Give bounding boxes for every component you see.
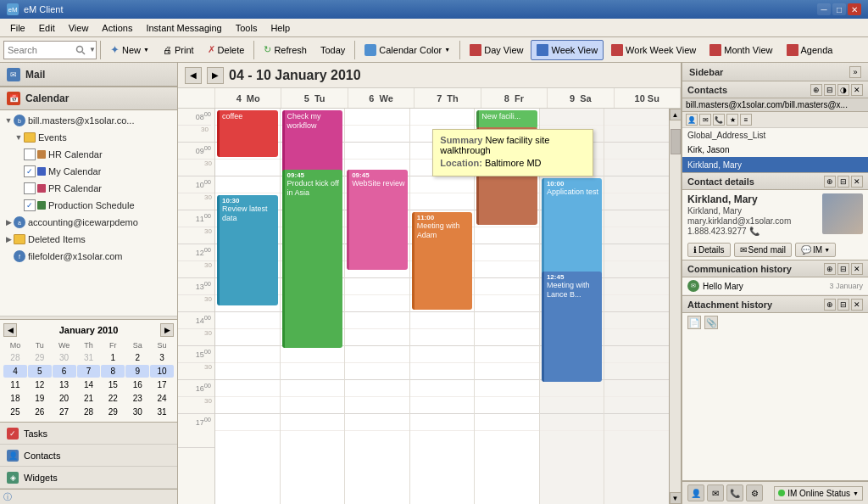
close-button[interactable]: ✕ (848, 3, 861, 15)
sidebar-expand-button[interactable]: » (849, 66, 861, 78)
pr-calendar-checkbox[interactable] (24, 182, 36, 194)
contacts-nav-item[interactable]: 👤 Contacts (0, 445, 177, 467)
sidebar-bottom-icon-1[interactable]: 👤 (687, 484, 704, 501)
mini-cal-day[interactable]: 13 (53, 378, 76, 391)
mini-cal-day[interactable]: 6 (53, 365, 76, 378)
mini-cal-day[interactable]: 7 (77, 365, 101, 378)
contacts-tool-1[interactable]: ⊕ (810, 84, 822, 96)
mini-cal-day[interactable]: 14 (77, 378, 101, 391)
print-button[interactable]: 🖨 Print (157, 40, 200, 60)
tasks-nav-item[interactable]: ✓ Tasks (0, 423, 177, 445)
tree-item-accounting[interactable]: ▶ a accounting@icewarpdemo (0, 214, 177, 231)
mini-cal-day[interactable]: 24 (150, 392, 174, 405)
mini-cal-day[interactable]: 10 (150, 365, 174, 378)
attach-history-tool-2[interactable]: ⊟ (837, 299, 849, 311)
search-dropdown-button[interactable]: ▼ (89, 46, 96, 53)
contacts-icon-5[interactable]: ≡ (740, 114, 752, 126)
mini-cal-day[interactable]: 15 (101, 378, 125, 391)
mini-cal-next-button[interactable]: ▶ (160, 323, 174, 337)
calendar-scrollbar[interactable]: ▲ ▼ (669, 109, 681, 504)
contact-item-mary[interactable]: Kirkland, Mary (682, 157, 868, 172)
menu-view[interactable]: View (62, 20, 96, 36)
comm-history-tool-1[interactable]: ⊕ (824, 263, 836, 275)
contacts-icon-3[interactable]: 📞 (713, 114, 725, 126)
contacts-close-button[interactable]: ✕ (851, 84, 863, 96)
tree-item-filefolder[interactable]: f filefolder@x1solar.com (0, 248, 177, 265)
mini-cal-day[interactable]: 25 (3, 406, 27, 418)
mini-cal-day[interactable]: 21 (77, 392, 101, 405)
event-app-test[interactable]: 10:00 Application test (542, 178, 603, 276)
cal-next-button[interactable]: ▶ (207, 67, 224, 84)
event-new-facility[interactable]: New facili... (476, 110, 537, 129)
delete-button[interactable]: ✗ Delete (202, 40, 251, 60)
minimize-button[interactable]: ─ (817, 3, 831, 15)
tree-item-my-calendar[interactable]: ✓ My Calendar (0, 163, 177, 180)
production-schedule-checkbox[interactable]: ✓ (24, 199, 36, 211)
calendar-color-button[interactable]: Calendar Color ▼ (359, 40, 456, 60)
im-button[interactable]: 💬 IM ▼ (795, 243, 836, 257)
send-mail-button[interactable]: ✉ Send mail (734, 243, 792, 257)
mini-cal-day[interactable]: 22 (101, 392, 125, 405)
widgets-nav-item[interactable]: ◈ Widgets (0, 467, 177, 489)
mini-cal-day[interactable]: 5 (28, 365, 52, 378)
new-button[interactable]: ✦ New ▼ (104, 40, 155, 60)
tree-item-hr-calendar[interactable]: HR Calendar (0, 146, 177, 163)
mini-cal-day[interactable]: 18 (3, 392, 27, 405)
mini-cal-day[interactable]: 29 (101, 406, 125, 418)
day-view-button[interactable]: Day View (464, 40, 529, 60)
attach-history-tool-1[interactable]: ⊕ (824, 299, 836, 311)
mini-cal-day[interactable]: 28 (3, 351, 27, 364)
scroll-thumb[interactable] (670, 129, 681, 154)
comm-history-tool-2[interactable]: ⊟ (837, 263, 849, 275)
contacts-icon-1[interactable]: 👤 (686, 114, 698, 126)
mini-cal-day[interactable]: 8 (101, 365, 125, 378)
event-coffee[interactable]: coffee (217, 110, 278, 157)
menu-file[interactable]: File (3, 20, 32, 36)
tree-item-bill-account[interactable]: ▼ b bill.masters@x1solar.co... (0, 112, 177, 129)
mini-cal-day[interactable]: 28 (77, 406, 101, 418)
menu-instant-messaging[interactable]: Instant Messaging (139, 20, 228, 36)
contact-details-close-button[interactable]: ✕ (851, 176, 863, 188)
mini-cal-day[interactable]: 17 (150, 378, 174, 391)
menu-tools[interactable]: Tools (229, 20, 264, 36)
tree-item-production-schedule[interactable]: ✓ Production Schedule (0, 197, 177, 214)
details-button[interactable]: ℹ Details (687, 243, 731, 257)
comm-history-close-button[interactable]: ✕ (851, 263, 863, 275)
contact-details-tool-2[interactable]: ⊟ (837, 176, 849, 188)
event-meeting-lance[interactable]: 12:45 Meeting with Lance B... (542, 272, 603, 382)
menu-actions[interactable]: Actions (95, 20, 139, 36)
sidebar-bottom-icon-4[interactable]: ⚙ (746, 484, 763, 501)
mini-cal-day[interactable]: 20 (53, 392, 76, 405)
sidebar-bottom-icon-3[interactable]: 📞 (726, 484, 743, 501)
my-calendar-checkbox[interactable]: ✓ (24, 165, 36, 177)
contacts-tool-2[interactable]: ⊟ (824, 84, 836, 96)
event-product-kickoff[interactable]: 09:45 Product kick off in Asia (282, 170, 343, 348)
contacts-icon-4[interactable]: ★ (726, 114, 738, 126)
scroll-down-button[interactable]: ▼ (670, 492, 682, 504)
mini-cal-day[interactable]: 4 (3, 365, 27, 378)
mini-cal-day[interactable]: 31 (77, 351, 101, 364)
refresh-button[interactable]: ↻ Refresh (258, 40, 313, 60)
mini-cal-day[interactable]: 19 (28, 392, 52, 405)
hr-calendar-checkbox[interactable] (24, 148, 36, 160)
mini-cal-day[interactable]: 29 (28, 351, 52, 364)
mini-cal-day[interactable]: 30 (53, 351, 76, 364)
tree-item-pr-calendar[interactable]: PR Calendar (0, 180, 177, 197)
scroll-up-button[interactable]: ▲ (670, 109, 682, 120)
attach-history-close-button[interactable]: ✕ (851, 299, 863, 311)
contact-details-tool-1[interactable]: ⊕ (824, 176, 836, 188)
sidebar-bottom-icon-2[interactable]: ✉ (707, 484, 724, 501)
mini-cal-day[interactable]: 3 (150, 351, 174, 364)
event-website-review[interactable]: 09:45 WebSite review (347, 170, 408, 270)
mini-cal-day[interactable]: 30 (125, 406, 149, 418)
mini-cal-day[interactable]: 23 (125, 392, 149, 405)
im-status-button[interactable]: IM Online Status ▼ (774, 486, 863, 501)
contacts-tool-3[interactable]: ◑ (837, 84, 849, 96)
mini-cal-day[interactable]: 11 (3, 378, 27, 391)
tree-item-events[interactable]: ▼ Events (0, 129, 177, 146)
mini-cal-day[interactable]: 27 (53, 406, 76, 418)
events-expand-icon[interactable]: ▼ (14, 132, 24, 143)
accounting-expand-icon[interactable]: ▶ (3, 217, 14, 227)
mini-cal-day[interactable]: 2 (125, 351, 149, 364)
mini-cal-day[interactable]: 1 (101, 351, 125, 364)
